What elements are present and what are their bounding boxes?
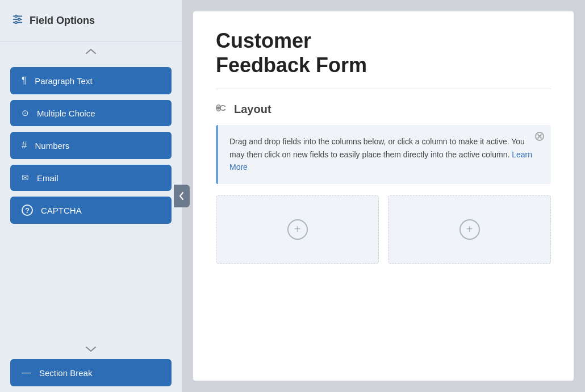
sliders-icon [11,13,24,28]
scroll-up-area[interactable] [0,42,182,61]
sidebar-title: Field Options [30,15,95,27]
multiple-choice-button[interactable]: ⊙ Multiple Choice [10,100,172,126]
sidebar-header: Field Options [0,0,182,42]
layout-title: Layout [234,103,271,116]
multiple-choice-icon: ⊙ [22,108,29,118]
form-panel: Customer Feedback Form Layout Drag and d… [193,11,574,381]
layout-icon [216,103,228,116]
paragraph-text-label: Paragraph Text [35,76,92,86]
field-buttons-list: ¶ Paragraph Text ⊙ Multiple Choice # Num… [0,61,182,340]
paragraph-text-button[interactable]: ¶ Paragraph Text [10,67,172,94]
numbers-button[interactable]: # Numbers [10,132,172,159]
multiple-choice-label: Multiple Choice [37,109,95,118]
layout-section-header: Layout [216,103,551,116]
form-title: Customer Feedback Form [216,28,551,77]
section-break-button[interactable]: — Section Break [10,359,172,386]
section-break-label: Section Break [39,368,92,378]
info-box-close-button[interactable] [535,132,544,143]
info-box-text: Drag and drop fields into the columns be… [229,135,540,173]
column-2[interactable]: + [388,195,551,264]
form-title-divider [216,89,551,89]
svg-point-5 [15,22,17,24]
form-title-line2: Feedback Form [216,53,367,77]
svg-point-3 [15,15,17,18]
scroll-down-area[interactable] [0,340,182,359]
captcha-label: CAPTCHA [41,206,82,215]
email-icon: ✉ [22,173,29,183]
email-button[interactable]: ✉ Email [10,165,172,191]
numbers-icon: # [22,140,27,151]
columns-area: + + [216,195,551,264]
column-1[interactable]: + [216,195,379,264]
email-label: Email [37,173,58,183]
collapse-sidebar-button[interactable] [174,185,190,207]
main-content-area: Customer Feedback Form Layout Drag and d… [182,0,585,392]
form-title-line1: Customer [216,29,311,52]
svg-point-4 [18,18,20,20]
numbers-label: Numbers [35,141,69,151]
svg-point-7 [218,107,220,110]
bottom-field-area: — Section Break [0,359,182,392]
add-field-column-1-icon: + [287,219,308,240]
paragraph-icon: ¶ [22,75,27,86]
add-field-column-2-icon: + [459,219,480,240]
captcha-button[interactable]: ? CAPTCHA [10,197,172,224]
info-box: Drag and drop fields into the columns be… [216,125,551,184]
section-break-icon: — [22,367,31,378]
captcha-icon: ? [22,205,33,216]
field-options-sidebar: Field Options ¶ Paragraph Text ⊙ Multipl… [0,0,182,392]
